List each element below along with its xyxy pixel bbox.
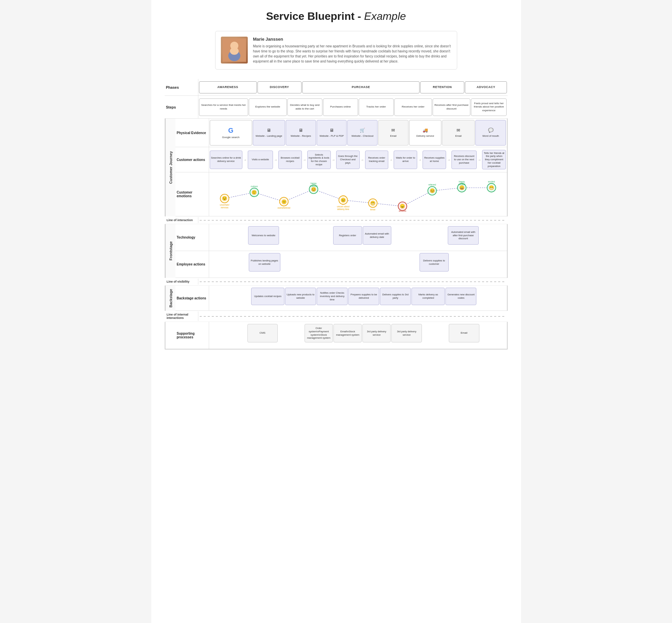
email-icon-2: ✉ [457, 128, 460, 134]
customer-emotions-row: Customer emotions 😟 uncertain/ nervous [175, 172, 507, 216]
steps-row: Steps Searches for a service that meets … [165, 96, 507, 119]
evidence-website-recipes: 🖥 Website - Recipes [286, 120, 316, 146]
backstage-label: Backstage [166, 286, 175, 311]
persona-card: Marie Janssen Marie is organising a hous… [215, 31, 457, 69]
action-5: Goes through the Checkout and pays [336, 151, 360, 169]
frontstage-content: Technology Welcomes to website Registers… [175, 224, 507, 278]
evidence-delivery: 🚚 Delivery service [409, 120, 442, 146]
evidence-website-plp: 🖥 Website - PLP & PDP [317, 120, 347, 146]
technology-row: Technology Welcomes to website Registers… [175, 224, 507, 251]
backstage-actions-row: Backstage actions Updates cocktail recip… [175, 286, 507, 311]
sp-3rdparty-1: 3rd party delivery service [362, 324, 391, 343]
arrow-5: → [360, 158, 364, 161]
tech-automated-email-1: Automated email with delivery date [363, 226, 392, 245]
emotion-svg: 😟 uncertain/ nervous 🙂 curious 😕 overwhe… [210, 174, 506, 214]
svg-text:delivery time: delivery time [337, 208, 349, 211]
tech-automated-email-2: Automated email with after first-purchas… [448, 226, 479, 245]
line-of-visibility: Line of visibility [165, 278, 507, 286]
blueprint-container: Phases AWARENESS DISCOVERY PURCHASE RETE… [165, 79, 507, 350]
action-9: Receives discount to use on the next pur… [451, 151, 477, 169]
evidence-cells: G Google search 🖥 Website - Landing page… [209, 119, 507, 147]
web-icon-2: 🖥 [298, 128, 303, 134]
sp-cms: CMS [247, 324, 278, 343]
arrow-4: → [331, 158, 335, 161]
line-of-internal: Line of internal interactions [165, 311, 507, 322]
svg-text:😁: 😁 [489, 185, 494, 190]
svg-text:excited: excited [488, 180, 495, 183]
step-5: Tracks her order [359, 98, 393, 116]
persona-photo [221, 37, 248, 63]
svg-text:curious: curious [251, 185, 258, 187]
svg-text:nervous: nervous [221, 206, 228, 209]
svg-text:😄: 😄 [459, 185, 465, 190]
svg-text:😬: 😬 [370, 201, 376, 206]
svg-text:happy: happy [459, 180, 465, 183]
supporting-label: Supporting processes [175, 322, 209, 349]
backstage-actions-label: Backstage actions [175, 286, 209, 310]
supporting-spacer [166, 322, 175, 349]
emotions-content: 😟 uncertain/ nervous 🙂 curious 😕 overwhe… [209, 172, 507, 216]
svg-text:overwhelmed: overwhelmed [277, 207, 290, 209]
title-italic: Example [364, 10, 406, 22]
line-of-internal-line [200, 316, 506, 317]
frontstage-label: Frontstage [166, 224, 175, 278]
evidence-row: Physical Evidence G Google search 🖥 Webs… [175, 119, 507, 147]
svg-text:unsure about: unsure about [337, 205, 350, 208]
step-8: Feels proud and tells her friends about … [471, 98, 506, 116]
step-7: Receives after first purchase discount [433, 98, 470, 116]
phases-cells: AWARENESS DISCOVERY PURCHASE RETENTION A… [198, 79, 507, 95]
sp-3rdparty-2: 3rd party delivery service [391, 324, 422, 343]
frontstage-section: Frontstage Technology Welcomes to websit… [165, 224, 507, 278]
supporting-cells: CMS Order system\nPayment system\nStock … [209, 322, 507, 349]
page: Service Blueprint - Example Marie Jansse… [151, 0, 521, 623]
svg-text:tense: tense [370, 208, 376, 211]
line-of-interaction-line [200, 220, 506, 220]
customer-journey-section: Customer Journey Physical Evidence G Goo… [165, 119, 507, 216]
technology-cells: Welcomes to website Registers order Auto… [209, 224, 507, 251]
line-of-visibility-label: Line of visibility [165, 278, 198, 285]
arrow-8: → [447, 158, 451, 161]
action-4: Selects ingredients & tools for the chos… [307, 151, 331, 169]
action-2: Visits a website [248, 151, 273, 169]
sp-order-system: Order system\nPayment system\nStock mana… [304, 324, 333, 343]
action-8: Receives supplies at home [422, 151, 446, 169]
evidence-website-checkout: 🛒 Website - Checkout [347, 120, 378, 146]
tech-registers: Registers order [333, 226, 362, 245]
backstage-actions-cells: Updates cocktail recipes Uploads new pro… [209, 286, 507, 310]
backstage-content: Backstage actions Updates cocktail recip… [175, 286, 507, 311]
google-icon: G [228, 126, 234, 135]
svg-text:relieved: relieved [310, 185, 317, 187]
svg-text:uncertain/: uncertain/ [220, 204, 229, 206]
evidence-google: G Google search [210, 120, 252, 146]
phase-purchase: PURCHASE [302, 81, 420, 93]
line-of-internal-label: Line of internal interactions [165, 312, 198, 321]
evidence-website-landing: 🖥 Website - Landing page [253, 120, 285, 146]
persona-info: Marie Janssen Marie is organising a hous… [253, 37, 451, 64]
action-7: Waits for order to arrive [393, 151, 417, 169]
sp-email-2: Email [449, 324, 479, 343]
supporting-row: Supporting processes CMS Order system\nP… [175, 322, 507, 349]
evidence-label: Physical Evidence [175, 119, 209, 147]
emp-action-1: Publishes landing pages on website [249, 253, 280, 271]
action-6: Receives order tracking email [365, 151, 389, 169]
step-4: Purchases online [323, 98, 358, 116]
svg-text:😐: 😐 [340, 198, 346, 203]
evidence-email-1: ✉ Email [378, 120, 408, 146]
svg-text:anxious: anxious [399, 210, 406, 212]
svg-text:🙂: 🙂 [252, 190, 257, 195]
sp-email-stock: Email\nStock management system [333, 324, 362, 343]
title-main: Service Blueprint [266, 10, 354, 22]
step-1: Searches for a service that meets her ne… [199, 98, 249, 116]
web-icon-4: 🛒 [360, 128, 365, 134]
bs-action-3: Notifies order Checks inventory and deli… [317, 288, 348, 305]
arrow-9: → [477, 158, 481, 161]
svg-text:😟: 😟 [222, 196, 228, 201]
action-10: Tells her friends at the party when they… [482, 150, 506, 170]
evidence-email-2: ✉ Email [442, 120, 475, 146]
arrow-2: → [274, 158, 278, 161]
bs-action-7: Generates new discount codes [445, 288, 476, 305]
svg-text:😕: 😕 [281, 199, 287, 205]
customer-actions-cells: Searches online for a drink delivery ser… [209, 147, 507, 172]
employee-actions-cells: Publishes landing pages on website Deliv… [209, 251, 507, 277]
bs-action-5: Delivers supplies to 3rd party [380, 288, 411, 305]
